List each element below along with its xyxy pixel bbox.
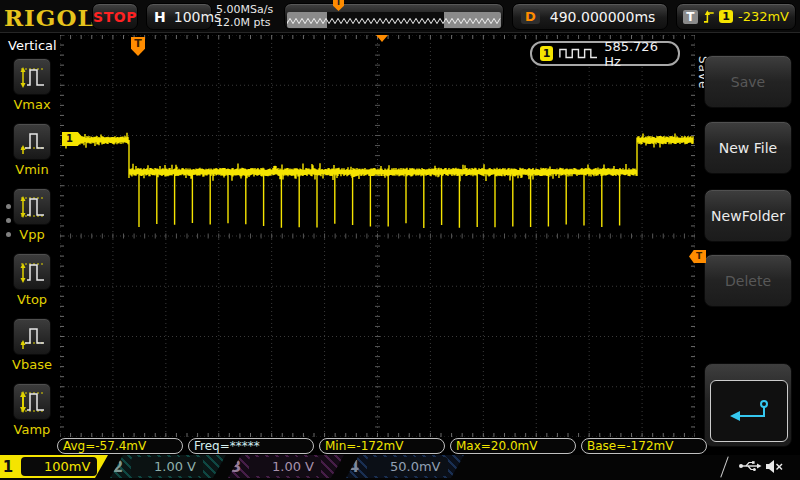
sidebar-item-label: Vpp xyxy=(10,227,54,242)
page-indicator-dot xyxy=(6,204,11,209)
trigger-status-box[interactable]: T 1 -232mV xyxy=(676,3,796,30)
square-wave-icon xyxy=(559,47,598,60)
delete-button[interactable]: Delete xyxy=(704,254,792,307)
trigger-edge-icon xyxy=(703,9,715,24)
new-file-button[interactable]: New File xyxy=(704,121,792,174)
channel4-number: 4 xyxy=(346,458,362,476)
freq-counter-channel-badge: 1 xyxy=(540,46,553,61)
position-trigger-marker[interactable]: T xyxy=(333,0,344,11)
frequency-value: 585.726 Hz xyxy=(604,39,670,69)
measurement-freq[interactable]: Freq=***** xyxy=(188,438,314,454)
trigger-level-value: -232mV xyxy=(738,9,789,24)
horizontal-label: H xyxy=(154,9,166,25)
trigger-delay-box[interactable]: D 490.000000ms xyxy=(512,3,668,30)
horizontal-timebase-box[interactable]: H 100ms xyxy=(146,3,212,30)
run-state-label: STOP xyxy=(93,9,137,25)
vmax-icon xyxy=(13,58,51,95)
new-folder-button[interactable]: NewFolder xyxy=(704,189,792,242)
channel3-tab[interactable]: 3 1.00 V xyxy=(228,455,344,478)
coupling-icon xyxy=(256,463,267,470)
sidebar-item-vmax[interactable]: Vmax xyxy=(10,58,54,112)
vbase-icon xyxy=(13,318,51,355)
channel3-scale: 1.00 V xyxy=(272,459,314,474)
sample-rate: 5.00MSa/s xyxy=(216,3,273,16)
sidebar-item-vamp[interactable]: Vamp xyxy=(10,383,54,437)
delay-label: D xyxy=(521,9,540,24)
save-button[interactable]: Save xyxy=(704,55,792,108)
sidebar-item-vtop[interactable]: Vtop xyxy=(10,253,54,307)
return-arrow-icon xyxy=(727,398,771,424)
sidebar-item-vmin[interactable]: Vmin xyxy=(10,123,54,177)
sound-muted-icon xyxy=(764,458,784,475)
run-state-indicator[interactable]: STOP xyxy=(92,3,138,30)
waveform-position-bar[interactable]: T xyxy=(284,3,504,30)
measurement-max[interactable]: Max=20.0mV xyxy=(450,438,576,454)
measurement-avg[interactable]: Avg=-57.4mV xyxy=(57,438,183,454)
sidebar-item-vbase[interactable]: Vbase xyxy=(10,318,54,372)
channel2-scale: 1.00 V xyxy=(154,459,196,474)
waveform-display: T 1 1 585.726 Hz xyxy=(60,35,695,437)
trigger-label: T xyxy=(683,10,698,24)
vpp-icon xyxy=(13,188,51,225)
sidebar-item-label: Vmin xyxy=(10,162,54,177)
acquisition-info: 5.00MSa/s 12.0M pts xyxy=(216,3,273,29)
sidebar-item-label: Vtop xyxy=(10,292,54,307)
vamp-icon xyxy=(13,383,51,420)
sidebar-item-label: Vbase xyxy=(10,357,54,372)
channel3-number: 3 xyxy=(228,458,244,476)
sidebar-item-label: Vmax xyxy=(10,97,54,112)
sidebar-item-label: Vamp xyxy=(10,422,54,437)
delay-center-marker-icon xyxy=(376,35,388,42)
channel4-tab[interactable]: 4 50.0mV xyxy=(346,455,464,478)
channel4-scale: 50.0mV xyxy=(390,459,441,474)
delay-value: 490.000000ms xyxy=(550,9,656,25)
measurement-min[interactable]: Min=-172mV xyxy=(319,438,445,454)
measure-menu-title: Vertical xyxy=(0,34,58,53)
channel1-number: 1 xyxy=(0,458,16,476)
sidebar-item-vpp[interactable]: Vpp xyxy=(10,188,54,242)
coupling-icon xyxy=(374,463,385,470)
frequency-counter: 1 585.726 Hz xyxy=(530,41,680,66)
page-indicator-dot xyxy=(6,232,11,237)
save-menu: Save Save New File NewFolder Delete xyxy=(696,34,800,480)
rigol-logo: RIGOL xyxy=(4,4,95,31)
channel1-scale: 100mV xyxy=(44,459,90,474)
channel2-tab[interactable]: 2 1.00 V xyxy=(110,455,226,478)
channel1-tab[interactable]: 1 100mV xyxy=(0,455,108,478)
memory-depth: 12.0M pts xyxy=(216,16,273,29)
memory-waveform-squiggle xyxy=(287,12,501,28)
top-status-bar: RIGOL STOP H 100ms 5.00MSa/s 12.0M pts T… xyxy=(0,0,800,33)
trigger-source-badge: 1 xyxy=(719,10,733,23)
coupling-icon xyxy=(138,463,149,470)
coupling-icon xyxy=(28,463,39,470)
back-button[interactable] xyxy=(704,363,792,447)
oscilloscope-screen: RIGOL STOP H 100ms 5.00MSa/s 12.0M pts T… xyxy=(0,0,800,480)
timebase-value: 100ms xyxy=(174,9,222,25)
vtop-icon xyxy=(13,253,51,290)
status-separator xyxy=(720,456,728,477)
channel-status-bar: 1 100mV 2 1.00 V 3 1.00 V 4 50.0mV xyxy=(0,455,800,480)
measure-menu: Vertical Vmax xyxy=(0,34,58,480)
page-indicator-dot xyxy=(6,218,11,223)
vmin-icon xyxy=(13,123,51,160)
graticule-and-waveform xyxy=(60,35,695,437)
channel2-number: 2 xyxy=(110,458,126,476)
usb-icon xyxy=(738,459,762,473)
measurement-base[interactable]: Base=-172mV xyxy=(581,438,707,454)
